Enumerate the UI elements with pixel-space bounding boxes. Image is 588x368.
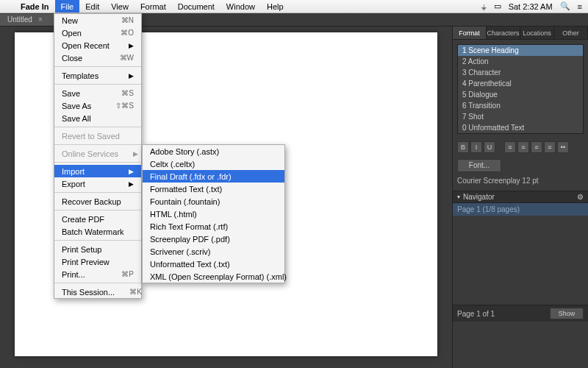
import-item-unformatted-text-txt[interactable]: Unformatted Text (.txt) xyxy=(143,258,284,270)
menu-help[interactable]: Help xyxy=(261,0,290,13)
gear-icon[interactable]: ⚙ xyxy=(577,193,584,201)
menu-edit[interactable]: Edit xyxy=(79,0,105,13)
file-separator xyxy=(54,192,141,193)
file-separator xyxy=(54,127,141,127)
tab-close-icon[interactable]: × xyxy=(38,15,43,24)
file-item-close[interactable]: Close⌘W xyxy=(54,52,141,64)
battery-icon[interactable]: ▭ xyxy=(494,1,501,11)
file-item-export[interactable]: Export▶ xyxy=(54,177,141,190)
navigator-page-row[interactable]: Page 1 (1/8 pages) xyxy=(453,203,588,216)
file-item-new[interactable]: New⌘N xyxy=(54,14,141,26)
format-dialogue[interactable]: 5 Dialogue xyxy=(458,89,583,100)
import-item-xml-open-screenplay-format-xml[interactable]: XML (Open Screenplay Format) (.xml) xyxy=(143,270,284,283)
file-item-create-pdf[interactable]: Create PDF xyxy=(54,213,141,225)
right-panel: Format Characters Locations Other 1 Scen… xyxy=(452,26,588,368)
align-left-button[interactable]: ≡ xyxy=(504,141,516,153)
file-item-save-as[interactable]: Save As⇧⌘S xyxy=(54,99,141,112)
file-item-open-recent[interactable]: Open Recent▶ xyxy=(54,39,141,52)
menu-item-label: Scrivener (.scriv) xyxy=(150,247,277,256)
format-action[interactable]: 2 Action xyxy=(458,56,583,67)
submenu-arrow-icon: ▶ xyxy=(133,150,138,158)
file-separator xyxy=(54,162,141,163)
file-item-recover-backup[interactable]: Recover Backup xyxy=(54,195,141,208)
file-item-import[interactable]: Import▶ xyxy=(54,165,141,177)
submenu-arrow-icon: ▶ xyxy=(129,180,134,188)
menu-view[interactable]: View xyxy=(105,0,135,13)
import-item-html-html[interactable]: HTML (.html) xyxy=(143,208,284,220)
file-separator xyxy=(54,283,141,283)
menu-item-label: Rich Text Format (.rtf) xyxy=(150,222,277,231)
menu-item-label: Open xyxy=(62,29,106,38)
menu-item-label: Formatted Text (.txt) xyxy=(150,185,277,194)
file-item-save-all[interactable]: Save All xyxy=(54,112,141,124)
menu-document[interactable]: Document xyxy=(172,0,220,13)
tab-title: Untitled xyxy=(7,15,32,24)
format-shot[interactable]: 7 Shot xyxy=(458,111,583,122)
format-parenthetical[interactable]: 4 Parenthetical xyxy=(458,78,583,89)
menu-item-label: This Session... xyxy=(62,288,115,297)
format-character[interactable]: 3 Character xyxy=(458,67,583,78)
submenu-arrow-icon: ▶ xyxy=(129,168,134,175)
align-right-button[interactable]: ≡ xyxy=(531,141,542,153)
file-item-save[interactable]: Save⌘S xyxy=(54,87,141,99)
import-item-rich-text-format-rtf[interactable]: Rich Text Format (.rtf) xyxy=(143,220,284,233)
submenu-arrow-icon: ▶ xyxy=(129,72,134,79)
import-item-fountain-fountain[interactable]: Fountain (.fountain) xyxy=(143,195,284,208)
wifi-icon[interactable]: ⏚ xyxy=(481,2,487,11)
file-item-print-preview[interactable]: Print Preview xyxy=(54,255,141,268)
align-center-button[interactable]: ≡ xyxy=(517,141,529,153)
menu-shortcut: ⇧⌘S xyxy=(115,102,134,110)
file-item-print-setup[interactable]: Print Setup xyxy=(54,243,141,255)
format-scene-heading[interactable]: 1 Scene Heading xyxy=(458,45,583,56)
more-button[interactable]: •• xyxy=(557,141,569,153)
menu-format[interactable]: Format xyxy=(135,0,172,13)
menu-extra-icon[interactable]: ≡ xyxy=(578,2,582,11)
menubar-right: ⏚ ▭ Sat 2:32 AM 🔍 ≡ xyxy=(481,1,588,11)
tab-format[interactable]: Format xyxy=(453,26,487,39)
menu-item-label: Online Services xyxy=(62,149,118,158)
file-item-revert-to-saved: Revert to Saved xyxy=(54,130,141,142)
menu-file[interactable]: File xyxy=(55,0,80,13)
file-item-this-session[interactable]: This Session...⌘K xyxy=(54,286,141,298)
file-separator xyxy=(54,84,141,85)
import-item-celtx-celtx[interactable]: Celtx (.celtx) xyxy=(143,158,284,170)
menu-shortcut: ⌘O xyxy=(121,29,134,37)
font-button[interactable]: Font... xyxy=(457,159,501,172)
menu-item-label: Adobe Story (.astx) xyxy=(150,147,277,156)
import-item-scrivener-scriv[interactable]: Scrivener (.scriv) xyxy=(143,245,284,258)
navigator-header[interactable]: ▾ Navigator ⚙ xyxy=(453,191,588,203)
tab-locations[interactable]: Locations xyxy=(520,26,554,39)
file-item-batch-watermark[interactable]: Batch Watermark xyxy=(54,225,141,238)
page-counter: Page 1 of 1 xyxy=(457,310,495,318)
menu-item-label: Save All xyxy=(62,114,134,123)
import-item-final-draft-fdx-or-fdr[interactable]: Final Draft (.fdx or .fdr) xyxy=(143,170,284,183)
italic-button[interactable]: I xyxy=(470,141,482,153)
toolbar-gap xyxy=(497,141,503,153)
bold-button[interactable]: B xyxy=(457,141,469,153)
format-transition[interactable]: 6 Transition xyxy=(458,100,583,111)
file-dropdown: New⌘NOpen⌘OOpen Recent▶Close⌘WTemplates▶… xyxy=(54,13,142,299)
import-submenu: Adobe Story (.astx)Celtx (.celtx)Final D… xyxy=(142,144,285,283)
show-button[interactable]: Show xyxy=(550,308,584,319)
menu-item-label: Batch Watermark xyxy=(62,227,134,236)
menu-item-label: Open Recent xyxy=(62,41,114,50)
menu-item-label: HTML (.html) xyxy=(150,210,277,219)
import-item-screenplay-pdf-pdf[interactable]: Screenplay PDF (.pdf) xyxy=(143,233,284,245)
format-list: 1 Scene Heading 2 Action 3 Character 4 P… xyxy=(457,44,584,134)
import-item-formatted-text-txt[interactable]: Formatted Text (.txt) xyxy=(143,183,284,195)
menu-app[interactable]: Fade In xyxy=(15,0,55,13)
spotlight-icon[interactable]: 🔍 xyxy=(560,1,570,11)
disclosure-icon[interactable]: ▾ xyxy=(457,194,460,200)
file-item-open[interactable]: Open⌘O xyxy=(54,26,141,39)
document-tab[interactable]: Untitled × xyxy=(0,14,55,26)
align-justify-button[interactable]: ≡ xyxy=(544,141,556,153)
file-item-print[interactable]: Print...⌘P xyxy=(54,268,141,280)
underline-button[interactable]: U xyxy=(484,141,495,153)
menu-window[interactable]: Window xyxy=(220,0,261,13)
import-item-adobe-story-astx[interactable]: Adobe Story (.astx) xyxy=(143,145,284,158)
format-unformatted[interactable]: 0 Unformatted Text xyxy=(458,122,583,133)
tab-other[interactable]: Other xyxy=(554,26,588,39)
tab-characters[interactable]: Characters xyxy=(487,26,520,39)
file-item-templates[interactable]: Templates▶ xyxy=(54,69,141,82)
clock[interactable]: Sat 2:32 AM xyxy=(509,2,553,11)
